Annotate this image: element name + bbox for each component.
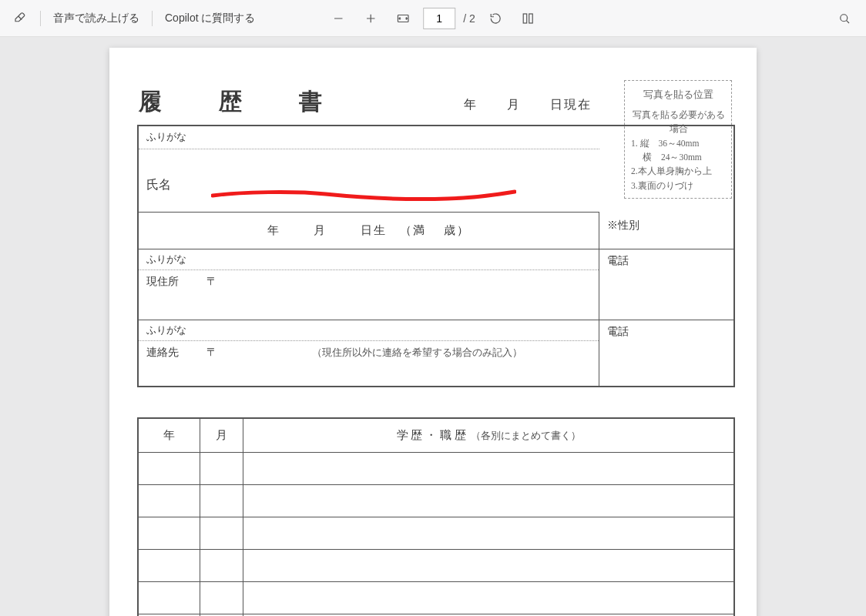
read-aloud-button[interactable]: 音声で読み上げる: [49, 12, 144, 25]
birth-day-label: 日生: [361, 224, 387, 236]
history-row: [139, 517, 733, 550]
history-row: [139, 582, 733, 614]
date-day-present-label: 日現在: [550, 97, 592, 113]
ask-copilot-button[interactable]: Copilot に質問する: [160, 12, 260, 25]
handwritten-annotation: [211, 189, 516, 205]
birth-month-label: 月: [314, 224, 327, 236]
photo-title: 写真を貼る位置: [629, 87, 727, 103]
history-body-header: 学 歴 ・ 職 歴 （各別にまとめて書く）: [243, 419, 733, 452]
furigana-field: ふりがな: [139, 249, 599, 270]
history-header-row: 年 月 学 歴 ・ 職 歴 （各別にまとめて書く）: [139, 419, 733, 453]
age-open-label: （満: [400, 224, 426, 236]
page-number-input[interactable]: [423, 8, 455, 29]
gender-field: ※性別: [599, 213, 733, 249]
address-contact-block: ふりがな 連絡先 〒 （現住所以外に連絡を希望する場合のみ記入） 電話: [139, 320, 733, 386]
document-viewport[interactable]: 履 歴 書 年 月 日現在 写真を貼る位置 写真を貼る必要がある場合 1. 縦 …: [0, 37, 866, 616]
page-total-label: / 2: [463, 12, 475, 25]
erase-icon[interactable]: [8, 6, 32, 31]
phone-label: 電話: [599, 249, 733, 273]
name-field: 氏名: [139, 149, 599, 213]
contact-address-field: 連絡先 〒 （現住所以外に連絡を希望する場合のみ記入）: [139, 341, 599, 386]
current-address-field: 現住所 〒: [139, 270, 599, 320]
history-row: [139, 485, 733, 517]
name-label: 氏名: [146, 177, 171, 193]
phone-label: 電話: [599, 320, 733, 343]
svg-line-7: [847, 21, 849, 23]
furigana-field: ふりがな: [139, 126, 599, 149]
contact-address-label: 連絡先: [146, 346, 193, 360]
furigana-field: ふりがな: [139, 320, 599, 341]
svg-point-6: [841, 15, 848, 22]
current-address-label: 現住所: [146, 275, 193, 289]
toolbar-divider: [152, 11, 153, 26]
history-year-header: 年: [139, 419, 200, 452]
history-body-main: 学 歴 ・ 職 歴: [397, 428, 466, 443]
age-close-label: 歳）: [444, 224, 470, 236]
postal-mark: 〒: [206, 275, 217, 289]
birth-year-label: 年: [267, 224, 280, 236]
postal-mark: 〒: [206, 346, 217, 360]
address-current-block: ふりがな 現住所 〒 電話: [139, 249, 733, 320]
fit-width-icon[interactable]: [391, 6, 415, 31]
date-month-label: 月: [507, 97, 521, 113]
date-year-label: 年: [464, 97, 478, 113]
pdf-toolbar: 音声で読み上げる Copilot に質問する / 2: [0, 0, 866, 37]
svg-rect-4: [523, 14, 527, 23]
birth-row: 年 月 日生 （満 歳） ※性別: [139, 213, 733, 249]
history-table: 年 月 学 歴 ・ 職 歴 （各別にまとめて書く）: [137, 417, 735, 616]
doc-title: 履 歴 書: [139, 86, 339, 118]
svg-rect-5: [529, 14, 532, 23]
page-view-icon[interactable]: [515, 6, 540, 31]
contact-note: （現住所以外に連絡を希望する場合のみ記入）: [312, 346, 522, 358]
rotate-icon[interactable]: [483, 6, 508, 31]
zoom-out-icon[interactable]: [326, 6, 351, 31]
search-icon[interactable]: [832, 6, 857, 31]
history-month-header: 月: [200, 419, 243, 452]
history-row: [139, 550, 733, 582]
birthdate-field: 年 月 日生 （満 歳）: [139, 213, 599, 249]
zoom-in-icon[interactable]: [358, 6, 383, 31]
history-body-sub: （各別にまとめて書く）: [471, 429, 581, 443]
document-page: 履 歴 書 年 月 日現在 写真を貼る位置 写真を貼る必要がある場合 1. 縦 …: [109, 48, 757, 616]
personal-info-form: ふりがな 氏名 年 月 日生 （満 歳）: [137, 125, 735, 387]
toolbar-divider: [40, 11, 41, 26]
history-row: [139, 453, 733, 485]
date-line: 年 月 日現在: [464, 97, 592, 113]
